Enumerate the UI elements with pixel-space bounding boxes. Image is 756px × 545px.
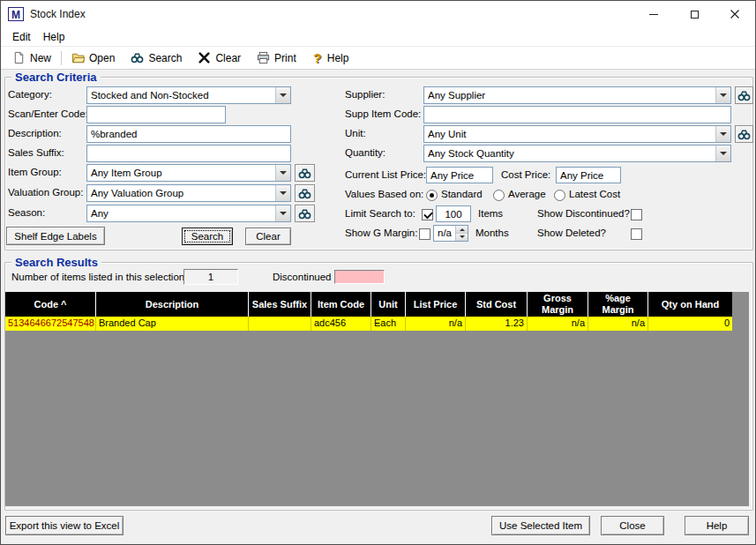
- current-list-price-input[interactable]: [426, 167, 493, 183]
- sales-suffix-input[interactable]: [86, 145, 291, 162]
- show-g-margin-checkbox[interactable]: [419, 228, 430, 240]
- binoculars-icon: [298, 207, 311, 220]
- description-input[interactable]: [86, 125, 291, 143]
- limit-items-label: Items: [478, 208, 503, 219]
- supp-item-code-input[interactable]: [423, 106, 731, 123]
- column-header-age-margin[interactable]: %age Margin: [588, 292, 648, 317]
- season-select[interactable]: Any: [86, 205, 291, 222]
- spinner-down-button[interactable]: [456, 234, 468, 241]
- limit-count-input[interactable]: [436, 205, 471, 222]
- column-header-item-code[interactable]: Item Code: [311, 292, 371, 317]
- item-group-lookup-button[interactable]: [295, 164, 315, 182]
- window-controls: [633, 1, 755, 27]
- maximize-button[interactable]: [674, 1, 715, 27]
- season-dropdown-button[interactable]: [275, 205, 290, 221]
- cost-price-input[interactable]: [556, 167, 621, 183]
- cell-qty-on-hand: 0: [648, 317, 732, 331]
- values-latest-cost-radio[interactable]: [554, 190, 565, 201]
- quantity-dropdown-button[interactable]: [715, 146, 730, 161]
- season-lookup-button[interactable]: [295, 205, 315, 222]
- close-icon: [730, 10, 739, 19]
- sales-suffix-label: Sales Suffix:: [8, 147, 64, 158]
- use-selected-item-button[interactable]: Use Selected Item: [491, 516, 590, 535]
- binoculars-icon: [737, 128, 751, 141]
- limit-search-checkbox[interactable]: [422, 209, 433, 220]
- menu-edit[interactable]: Edit: [6, 29, 37, 45]
- menu-help[interactable]: Help: [37, 29, 71, 45]
- supplier-dropdown-button[interactable]: [715, 87, 730, 103]
- export-to-excel-button[interactable]: Export this view to Excel: [5, 516, 124, 535]
- minimize-button[interactable]: [633, 1, 674, 27]
- chevron-down-icon: [280, 171, 287, 178]
- unit-select[interactable]: Any Unit: [423, 125, 731, 143]
- help-question-icon: [312, 50, 323, 65]
- g-margin-months-label: Months: [475, 228, 509, 238]
- toolbar-open-button[interactable]: Open: [64, 49, 123, 68]
- search-button[interactable]: Search: [182, 228, 233, 245]
- shelf-edge-labels-button[interactable]: Shelf Edge Labels: [6, 227, 105, 245]
- help-button[interactable]: Help: [685, 516, 749, 535]
- show-discontinued-checkbox[interactable]: [631, 209, 642, 220]
- show-deleted-checkbox[interactable]: [631, 228, 642, 240]
- g-margin-months-spinner[interactable]: n/a: [433, 225, 468, 242]
- column-header-description[interactable]: Description: [96, 292, 249, 317]
- category-select[interactable]: Stocked and Non-Stocked: [86, 86, 291, 104]
- printer-icon: [257, 51, 270, 64]
- items-count-label: Number of items listed in this selection…: [11, 272, 187, 282]
- stock-index-window: Stock Index Edit Help New Open Search Cl…: [0, 0, 756, 545]
- show-g-margin-label: Show G Margin:: [345, 228, 417, 238]
- clear-criteria-button[interactable]: Clear: [245, 228, 291, 245]
- help-button-label: Help: [707, 520, 728, 531]
- close-button[interactable]: [715, 1, 755, 27]
- column-header-list-price[interactable]: List Price: [406, 292, 466, 317]
- chevron-down-icon: [720, 93, 727, 101]
- toolbar-new-button[interactable]: New: [4, 49, 59, 68]
- cell-age-margin: n/a: [588, 317, 648, 331]
- toolbar-search-label: Search: [148, 52, 182, 64]
- search-button-label: Search: [191, 231, 223, 242]
- supplier-lookup-button[interactable]: [735, 86, 753, 104]
- g-margin-months-value: n/a: [434, 226, 455, 241]
- unit-lookup-button[interactable]: [735, 125, 753, 143]
- scan-enter-code-input[interactable]: [86, 106, 226, 123]
- toolbar-print-label: Print: [274, 52, 296, 64]
- quantity-select[interactable]: Any Stock Quantity: [423, 145, 731, 162]
- item-group-dropdown-button[interactable]: [275, 165, 290, 181]
- result-row[interactable]: 5134646672547548 Branded Cap adc456 Each…: [5, 317, 732, 331]
- search-criteria-title: Search Criteria: [11, 71, 101, 84]
- column-header-unit[interactable]: Unit: [371, 292, 406, 317]
- unit-value: Any Unit: [424, 126, 715, 142]
- binoculars-icon: [298, 167, 311, 180]
- values-average-radio[interactable]: [493, 190, 505, 201]
- chevron-down-icon: [720, 152, 727, 159]
- toolbar-help-button[interactable]: Help: [304, 49, 357, 68]
- supplier-select[interactable]: Any Supplier: [423, 86, 731, 104]
- description-label: Description:: [8, 128, 62, 138]
- column-header-code[interactable]: Code ^: [5, 292, 96, 317]
- clear-x-icon: [198, 51, 211, 64]
- valuation-group-lookup-button[interactable]: [295, 184, 315, 202]
- item-group-select[interactable]: Any Item Group: [86, 164, 291, 182]
- column-header-gross-margin[interactable]: Gross Margin: [528, 292, 588, 317]
- toolbar-clear-button[interactable]: Clear: [190, 49, 249, 68]
- window-title: Stock Index: [30, 8, 86, 20]
- cell-sales-suffix: [249, 317, 311, 331]
- column-header-qty-on-hand[interactable]: Qty on Hand: [648, 292, 732, 317]
- unit-dropdown-button[interactable]: [715, 126, 730, 142]
- chevron-down-icon: [720, 132, 727, 139]
- spinner-up-button[interactable]: [456, 226, 468, 234]
- toolbar-print-button[interactable]: Print: [249, 49, 304, 68]
- column-header-std-cost[interactable]: Std Cost: [466, 292, 528, 317]
- valuation-group-dropdown-button[interactable]: [275, 185, 290, 201]
- values-latest-cost-label: Latest Cost: [569, 189, 620, 199]
- category-dropdown-button[interactable]: [275, 87, 290, 103]
- results-grid-header: Code ^ Description Sales Suffix Item Cod…: [5, 292, 732, 317]
- valuation-group-select[interactable]: Any Valuation Group: [86, 184, 291, 202]
- values-standard-radio[interactable]: [426, 190, 438, 201]
- current-list-price-label: Current List Price:: [345, 169, 426, 180]
- category-label: Category:: [8, 89, 52, 100]
- close-window-button[interactable]: Close: [601, 516, 664, 535]
- column-header-sales-suffix[interactable]: Sales Suffix: [249, 292, 311, 317]
- toolbar-search-button[interactable]: Search: [123, 49, 190, 68]
- cell-std-cost: 1.23: [466, 317, 528, 331]
